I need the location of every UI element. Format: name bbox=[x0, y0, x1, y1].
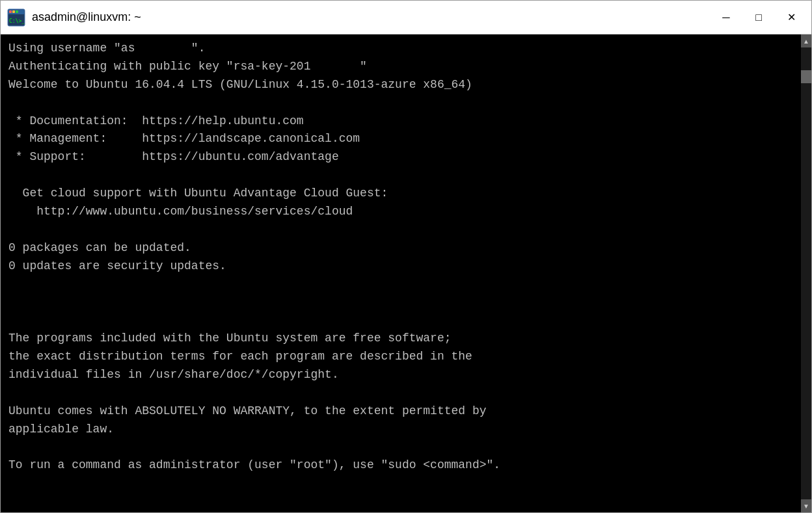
window-title: asadmin@linuxvm: ~ bbox=[32, 10, 141, 24]
terminal-icon: C:\>_ bbox=[6, 7, 27, 28]
title-buttons: ─ □ ✕ bbox=[711, 6, 806, 29]
maximize-button[interactable]: □ bbox=[744, 6, 774, 29]
svg-text:C:\>_: C:\>_ bbox=[9, 18, 25, 24]
svg-rect-3 bbox=[12, 10, 15, 13]
title-left: C:\>_ asadmin@linuxvm: ~ bbox=[6, 7, 141, 28]
svg-rect-2 bbox=[9, 10, 12, 13]
svg-rect-4 bbox=[16, 10, 18, 13]
close-button[interactable]: ✕ bbox=[776, 6, 806, 29]
scrollbar[interactable]: ▲ ▼ bbox=[801, 34, 811, 512]
terminal-window: C:\>_ asadmin@linuxvm: ~ ─ □ ✕ Using use… bbox=[0, 0, 812, 513]
scrollbar-thumb[interactable] bbox=[801, 70, 811, 83]
scrollbar-track[interactable] bbox=[801, 47, 811, 499]
title-bar: C:\>_ asadmin@linuxvm: ~ ─ □ ✕ bbox=[1, 1, 811, 34]
terminal-output: Using username "as ". Authenticating wit… bbox=[8, 40, 804, 475]
terminal-body[interactable]: Using username "as ". Authenticating wit… bbox=[1, 34, 811, 512]
minimize-button[interactable]: ─ bbox=[711, 6, 741, 29]
scroll-down-arrow[interactable]: ▼ bbox=[801, 499, 811, 512]
scroll-up-arrow[interactable]: ▲ bbox=[801, 34, 811, 47]
